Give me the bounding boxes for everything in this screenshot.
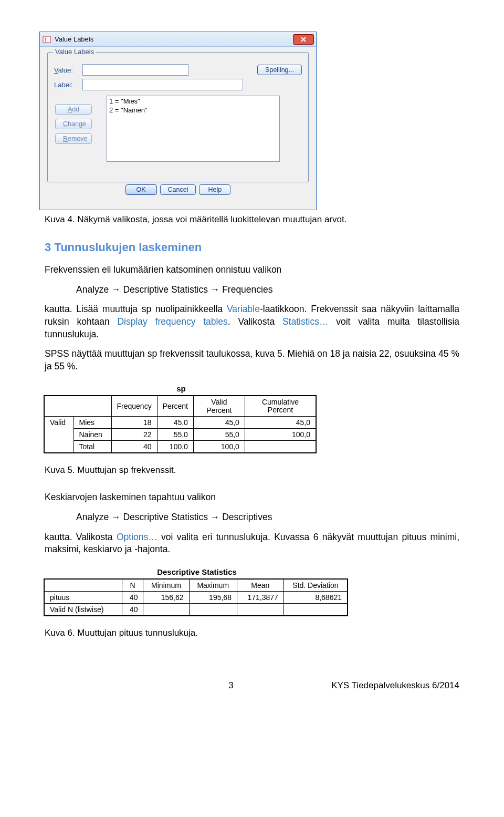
para-1a: Frekvenssien eli lukumäärien katsominen … [45,264,459,276]
fieldset-legend: Value Labels [53,48,96,56]
options-link: Options… [117,532,158,542]
figure-5-caption: Kuva 5. Muuttujan sp frekvenssit. [45,465,459,475]
value-labels-dialog: t Value Labels Value Labels Value: Spell… [39,32,459,210]
para-3: Keskiarvojen laskeminen tapahtuu valikon [45,491,459,504]
svg-text:t: t [45,37,46,43]
row-total: Total [74,441,111,453]
row-group-valid: Valid [44,417,74,453]
row-valid-n: Valid N (listwise) [44,603,122,616]
col-mean: Mean [237,579,284,592]
col-frequency: Frequency [111,396,157,417]
col-n: N [122,579,143,592]
add-button[interactable]: Add [55,104,92,115]
row-pituus: pituus [44,591,122,603]
para-2: SPSS näyttää muuttujan sp frekvenssit ta… [45,348,459,373]
help-button[interactable]: Help [199,184,230,195]
value-list[interactable]: 1 = "Mies" 2 = "Nainen" [107,96,280,162]
page-footer: 3 KYS Tiedepalvelukeskus 6/2014 [0,680,504,709]
display-freq-link: Display frequency tables [117,316,227,327]
cancel-button[interactable]: Cancel [160,184,196,195]
row-mies: Mies [74,417,111,429]
col-cumulative-percent: Cumulative Percent [245,396,316,417]
spelling-button[interactable]: Spelling... [257,65,302,75]
footer-right: KYS Tiedepalvelukeskus 6/2014 [312,680,459,691]
value-input[interactable] [82,64,188,76]
col-percent: Percent [157,396,193,417]
label-input[interactable] [82,79,243,90]
close-icon[interactable] [293,34,314,45]
col-min: Minimum [143,579,189,592]
variable-link: Variable [227,304,260,314]
col-max: Maximum [189,579,237,592]
row-nainen: Nainen [74,429,111,441]
menu-path-frequencies: Analyze → Descriptive Statistics → Frequ… [76,284,459,296]
label-label: Label: [54,81,79,89]
value-label: Value: [54,66,79,74]
dialog-title: Value Labels [55,35,293,43]
menu-path-descriptives: Analyze → Descriptive Statistics → Descr… [76,511,459,524]
page-number: 3 [228,680,233,691]
app-icon: t [42,35,51,44]
sp-table-title: sp [45,384,318,393]
figure-4-caption: Kuva 4. Näkymä valikosta, jossa voi määr… [45,214,459,225]
figure-6-caption: Kuva 6. Muuttujan pituus tunnuslukuja. [45,628,459,638]
descriptive-stats-table: N Minimum Maximum Mean Std. Deviation pi… [44,578,348,616]
col-sd: Std. Deviation [284,579,348,592]
change-button[interactable]: Change [55,119,92,129]
sp-frequency-table: Frequency Percent Valid Percent Cumulati… [44,395,317,453]
dialog-titlebar: t Value Labels [40,32,316,47]
ok-button[interactable]: OK [125,184,157,195]
section-heading: 3 Tunnuslukujen laskeminen [45,241,459,254]
col-valid-percent: Valid Percent [193,396,245,417]
para-4: kautta. Valikosta Options… voi valita er… [45,531,459,556]
list-item: 2 = "Nainen" [109,106,277,115]
value-labels-fieldset: Value Labels Value: Spelling... Label: A… [47,52,309,182]
statistics-link: Statistics… [282,316,329,327]
list-item: 1 = "Mies" [109,97,277,106]
para-1c: kautta. Lisää muuttuja sp nuolipainikkee… [45,303,459,340]
remove-button[interactable]: Remove [55,133,92,144]
ds-table-title: Descriptive Statistics [45,567,349,576]
